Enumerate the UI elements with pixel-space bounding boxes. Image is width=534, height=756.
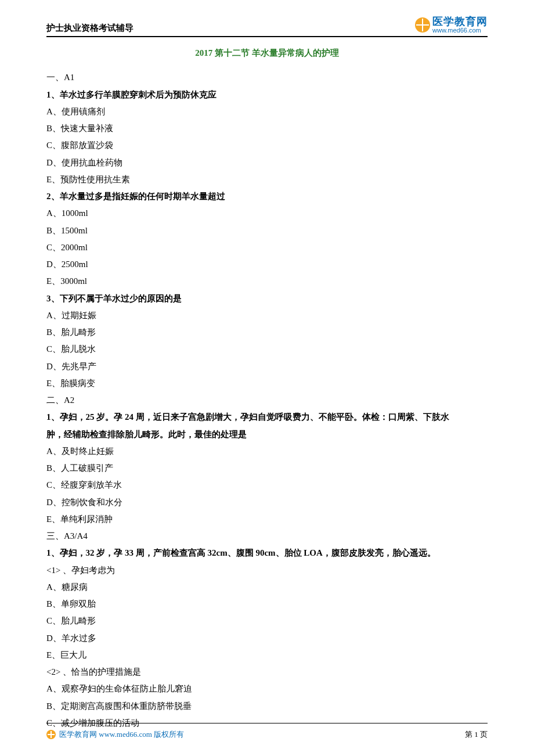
q3-opt-a: A、过期妊娠 — [46, 307, 488, 324]
q1-opt-a: A、使用镇痛剂 — [46, 103, 488, 120]
section-a3a4-heading: 三、A3/A4 — [46, 528, 488, 545]
q2-opt-e: E、3000ml — [46, 273, 488, 290]
page-header: 护士执业资格考试辅导 医学教育网 www.med66.com — [46, 16, 488, 37]
logo-text: 医学教育网 www.med66.com — [432, 16, 488, 34]
a2-q1-opt-d: D、控制饮食和水分 — [46, 494, 488, 511]
q1-opt-d: D、使用抗血栓药物 — [46, 154, 488, 171]
logo-cn-text: 医学教育网 — [432, 16, 488, 27]
a3-q1-sub1-e: E、巨大儿 — [46, 647, 488, 664]
page-number: 第 1 页 — [465, 729, 488, 740]
a3-q1-sub1-d: D、羊水过多 — [46, 630, 488, 647]
a3-q1-stem: 1、孕妇，32 岁，孕 33 周，产前检查宫高 32cm、腹围 90cm、胎位 … — [46, 545, 488, 561]
a3-q1-sub1-b: B、单卵双胎 — [46, 596, 488, 613]
header-title: 护士执业资格考试辅导 — [46, 23, 134, 34]
a3-q1-sub1-a: A、糖尿病 — [46, 579, 488, 596]
document-title: 2017 第十二节 羊水量异常病人的护理 — [46, 48, 488, 59]
footer-text: 医学教育网 www.med66.com 版权所有 — [59, 729, 184, 740]
q3-opt-c: C、胎儿脱水 — [46, 341, 488, 358]
a2-q1-stem-line2: 肿，经辅助检查排除胎儿畸形。此时，最佳的处理是 — [46, 426, 488, 443]
a3-q1-sub1-label: <1> 、孕妇考虑为 — [46, 562, 488, 579]
a3-q1-sub2-a: A、观察孕妇的生命体征防止胎儿窘迫 — [46, 681, 488, 697]
site-logo: 医学教育网 www.med66.com — [415, 16, 488, 34]
a2-q1-stem-line1: 1、孕妇，25 岁。孕 24 周，近日来子宫急剧增大，孕妇自觉呼吸费力、不能平卧… — [46, 409, 488, 426]
a3-q1-sub2-b: B、定期测宫高腹围和体重防脐带脱垂 — [46, 698, 488, 715]
a2-q1-opt-e: E、单纯利尿消肿 — [46, 511, 488, 528]
section-a2-heading: 二、A2 — [46, 392, 488, 409]
q3-opt-d: D、先兆早产 — [46, 358, 488, 375]
footer-divider — [46, 723, 488, 723]
q2-opt-a: A、1000ml — [46, 205, 488, 222]
logo-icon — [415, 17, 430, 33]
q3-opt-e: E、胎膜病变 — [46, 375, 488, 392]
a3-q1-sub1-c: C、胎儿畸形 — [46, 613, 488, 629]
q3-opt-b: B、胎儿畸形 — [46, 324, 488, 341]
q2-opt-b: B、1500ml — [46, 222, 488, 239]
a3-q1-sub2-label: <2> 、恰当的护理措施是 — [46, 664, 488, 681]
q1-opt-b: B、快速大量补液 — [46, 120, 488, 137]
q2-stem: 2、羊水量过多是指妊娠的任何时期羊水量超过 — [46, 188, 488, 205]
q1-opt-c: C、腹部放置沙袋 — [46, 137, 488, 154]
page-footer: 医学教育网 www.med66.com 版权所有 第 1 页 — [46, 723, 488, 740]
q2-opt-c: C、2000ml — [46, 239, 488, 256]
q1-opt-e: E、预防性使用抗生素 — [46, 171, 488, 188]
q2-opt-d: D、2500ml — [46, 256, 488, 273]
section-a1-heading: 一、A1 — [46, 69, 488, 86]
footer-logo-icon — [46, 730, 56, 739]
footer-copyright: 医学教育网 www.med66.com 版权所有 — [46, 729, 184, 740]
q3-stem: 3、下列不属于羊水过少的原因的是 — [46, 290, 488, 307]
a2-q1-opt-c: C、经腹穿刺放羊水 — [46, 477, 488, 494]
q1-stem: 1、羊水过多行羊膜腔穿刺术后为预防休克应 — [46, 87, 488, 103]
a2-q1-opt-a: A、及时终止妊娠 — [46, 443, 488, 460]
logo-url-text: www.med66.com — [432, 27, 488, 34]
a2-q1-opt-b: B、人工破膜引产 — [46, 460, 488, 477]
